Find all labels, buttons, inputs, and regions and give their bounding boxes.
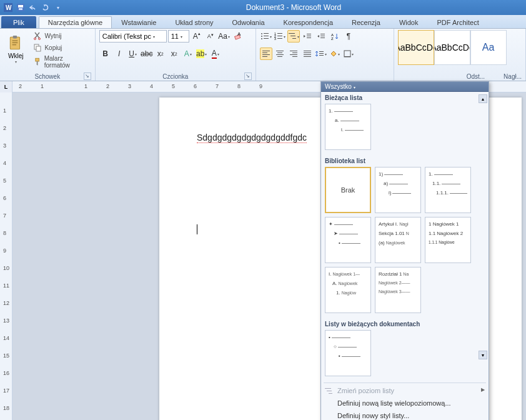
borders-button[interactable]: ▾ <box>342 48 355 60</box>
font-color-button[interactable]: A▾ <box>209 48 222 60</box>
style-nospacing[interactable]: AaBbCcDc <box>434 30 470 65</box>
show-marks-button[interactable]: ¶ <box>342 30 355 42</box>
gallery-scrollbar[interactable]: ▲ ▼ <box>479 94 487 359</box>
svg-rect-26 <box>277 36 282 36</box>
brush-icon <box>33 58 41 66</box>
titlebar: W ▾ Dokument3 - Microsoft Word <box>0 0 526 15</box>
style-normal[interactable]: AaBbCcDc <box>398 30 434 65</box>
ruler-vertical[interactable]: 1 2 3 4 5 6 7 8 9 10 11 12 13 14 15 16 1… <box>0 92 12 420</box>
clear-formatting-button[interactable]: A <box>232 30 244 42</box>
copy-button[interactable]: Kopiuj <box>30 42 91 53</box>
borders-icon <box>344 50 351 58</box>
text-effects-button[interactable]: A▾ <box>182 48 194 60</box>
tab-file[interactable]: Plik <box>1 16 36 28</box>
scroll-down-button[interactable]: ▼ <box>479 351 487 359</box>
bold-button[interactable]: B <box>99 48 112 60</box>
decrease-indent-button[interactable] <box>301 30 314 42</box>
align-center-icon <box>276 50 284 58</box>
clipboard-group-label: Schowek↘ <box>4 72 91 81</box>
svg-rect-18 <box>264 33 269 34</box>
multilevel-list-gallery: Wszystko▾ ▲ ▼ Bieżąca lista 1. a. i. Bib… <box>320 81 489 420</box>
paste-button[interactable]: Wklej ▾ <box>4 30 27 69</box>
list-decimal[interactable]: 1. 1.1. 1.1.1. <box>425 167 471 213</box>
spacing-icon <box>315 50 324 58</box>
numbering-icon: 123 <box>274 32 283 40</box>
grow-font-button[interactable]: A▴ <box>191 30 203 42</box>
section-docs: Listy w bieżących dokumentach <box>321 318 489 329</box>
group-font: Calibri (Tekst pc▾ 11▾ A▴ A▾ Aa▾ A B I U… <box>96 29 256 81</box>
list-doc-bullets[interactable]: • ○ ▪ <box>325 330 371 376</box>
svg-rect-63 <box>329 393 332 394</box>
section-library: Biblioteka list <box>321 155 489 166</box>
list-numbered-heading[interactable]: 1 Nagłówek 1 1.1 Nagłówek 2 1.1.1 Nagłów… <box>425 217 471 263</box>
tab-pdf[interactable]: PDF Architect <box>427 16 488 28</box>
change-case-button[interactable]: Aa▾ <box>218 30 231 42</box>
sort-button[interactable]: AZ <box>329 30 341 42</box>
format-painter-button[interactable]: Malarz formatów <box>30 54 91 70</box>
subscript-button[interactable]: x2 <box>154 48 167 60</box>
redo-button[interactable] <box>40 2 51 13</box>
svg-rect-46 <box>276 54 284 55</box>
list-symbols[interactable]: ✦ ➤ • <box>325 217 371 263</box>
gallery-filter-dropdown[interactable]: Wszystko▾ <box>321 82 489 92</box>
tab-review[interactable]: Recenzja <box>342 16 390 28</box>
superscript-button[interactable]: x2 <box>168 48 181 60</box>
increase-indent-button[interactable] <box>315 30 327 42</box>
undo-button[interactable] <box>27 2 39 13</box>
tab-mailings[interactable]: Korespondencja <box>274 16 343 28</box>
svg-rect-6 <box>13 36 17 38</box>
underline-button[interactable]: U▾ <box>127 48 139 60</box>
svg-rect-20 <box>264 36 269 36</box>
svg-rect-55 <box>304 56 311 57</box>
tab-layout[interactable]: Układ strony <box>166 16 222 28</box>
scroll-up-button[interactable]: ▲ <box>479 94 487 103</box>
bullets-button[interactable]: ▾ <box>260 30 272 42</box>
font-size-combo[interactable]: 11▾ <box>168 30 189 42</box>
align-center-button[interactable] <box>274 48 286 60</box>
qat-customize-button[interactable]: ▾ <box>52 2 64 13</box>
paste-icon <box>7 35 24 51</box>
multilevel-list-button[interactable]: ▾ <box>287 30 300 42</box>
shrink-font-button[interactable]: A▾ <box>204 30 217 42</box>
svg-rect-59 <box>344 51 350 57</box>
style-heading1[interactable]: Aa <box>470 30 507 65</box>
highlight-button[interactable]: ab▾ <box>196 48 208 60</box>
save-button[interactable] <box>15 2 26 13</box>
tab-insert[interactable]: Wstawianie <box>112 16 166 28</box>
strikethrough-button[interactable]: abc <box>141 48 153 60</box>
svg-rect-24 <box>277 33 282 34</box>
clipboard-launcher[interactable]: ↘ <box>84 72 91 80</box>
document-text[interactable]: Sdgdgdgdgdgdgdgdgddfgdc <box>197 132 307 143</box>
word-icon[interactable]: W <box>2 2 14 13</box>
tab-references[interactable]: Odwołania <box>223 16 274 28</box>
tab-view[interactable]: Widok <box>390 16 428 28</box>
align-left-button[interactable] <box>260 48 272 60</box>
list-roman-heading[interactable]: I. Nagłówek 1— A. Nagłówek 1. Nagłów <box>325 267 371 313</box>
font-launcher[interactable]: ↘ <box>244 72 252 80</box>
tab-selector[interactable]: L <box>0 81 12 92</box>
shading-button[interactable]: ▾ <box>329 48 341 60</box>
numbering-button[interactable]: 123▾ <box>274 30 286 42</box>
sort-icon: AZ <box>331 32 339 40</box>
list-current[interactable]: 1. a. i. <box>325 104 371 150</box>
justify-button[interactable] <box>301 48 314 60</box>
svg-rect-54 <box>304 54 311 55</box>
tab-home[interactable]: Narzędzia główne <box>39 16 112 28</box>
font-name-combo[interactable]: Calibri (Tekst pc▾ <box>99 30 167 42</box>
copy-icon <box>33 43 42 52</box>
align-right-button[interactable] <box>287 48 300 60</box>
italic-button[interactable]: I <box>113 48 126 60</box>
svg-rect-4 <box>19 8 22 10</box>
svg-point-19 <box>261 36 262 37</box>
list-article[interactable]: Artykuł I. Nagł Sekcja 1.01 N (a) Nagłów… <box>375 217 421 263</box>
svg-rect-30 <box>290 36 295 36</box>
cut-button[interactable]: Wytnij <box>30 30 91 41</box>
define-style-menu[interactable]: Definiuj nowy styl listy... <box>321 409 489 420</box>
list-none[interactable]: Brak <box>325 167 371 213</box>
line-spacing-button[interactable]: ▾ <box>315 48 327 60</box>
list-chapter[interactable]: Rozdział 1 Na Nagłówek 2—— Nagłówek 3—— <box>375 267 421 313</box>
svg-rect-37 <box>320 38 325 38</box>
list-paren[interactable]: 1) a) i) <box>375 167 421 213</box>
define-list-menu[interactable]: Definiuj nową listę wielopoziomową... <box>321 397 489 409</box>
svg-rect-45 <box>277 52 282 53</box>
